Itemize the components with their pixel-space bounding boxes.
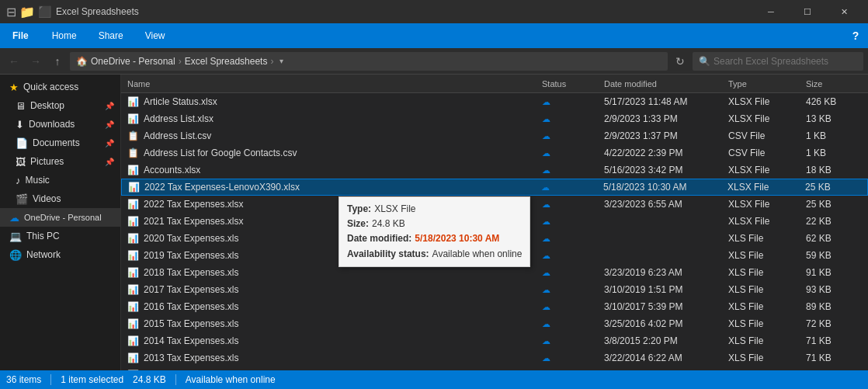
- file-size-cell: 426 KB: [803, 96, 865, 107]
- refresh-button[interactable]: ↻: [671, 52, 689, 71]
- up-button[interactable]: ↑: [48, 52, 67, 71]
- col-size[interactable]: Size: [803, 79, 865, 89]
- col-type[interactable]: Type: [725, 79, 803, 89]
- ribbon-tabs: Home Share View: [41, 23, 176, 48]
- file-type-cell: XLS File: [725, 233, 803, 244]
- status-separator-2: [175, 374, 176, 385]
- cloud-sync-icon: ☁: [542, 234, 550, 243]
- file-date-cell: 3/22/2013 12:23 PM: [601, 370, 725, 370]
- search-icon: 🔍: [699, 56, 710, 67]
- sidebar-item-pictures[interactable]: 🖼 Pictures 📌: [0, 152, 120, 171]
- sidebar-item-music[interactable]: ♪ Music: [0, 171, 120, 189]
- help-button[interactable]: ?: [843, 23, 868, 48]
- sidebar: ★ Quick access 🖥 Desktop 📌 ⬇ Downloads 📌…: [0, 75, 121, 370]
- downloads-icon: ⬇: [16, 119, 24, 130]
- table-row[interactable]: 📊 2022 Tax Expenses-LenovoX390.xlsx ☁ 5/…: [121, 179, 868, 196]
- breadcrumb-home-icon: 🏠: [76, 56, 88, 67]
- breadcrumb[interactable]: 🏠 OneDrive - Personal › Excel Spreadshee…: [70, 52, 668, 71]
- sidebar-item-quick-access[interactable]: ★ Quick access: [0, 78, 120, 96]
- sidebar-item-onedrive[interactable]: ☁ OneDrive - Personal: [0, 208, 120, 227]
- table-row[interactable]: 📊 2022 Tax Expenses.xlsx ☁ 3/23/2023 6:5…: [121, 196, 868, 213]
- file-status-cell: ☁: [539, 284, 601, 295]
- table-row[interactable]: 📊 Address List.xlsx ☁ 2/9/2023 1:33 PM X…: [121, 110, 868, 127]
- ribbon-file-tab[interactable]: File: [0, 23, 41, 48]
- file-name: 2015 Tax Expenses.xls: [144, 318, 239, 329]
- file-status-cell: ☁: [539, 267, 601, 278]
- sidebar-item-videos[interactable]: 🎬 Videos: [0, 189, 120, 208]
- breadcrumb-folder[interactable]: Excel Spreadsheets: [185, 56, 268, 67]
- cloud-sync-icon: ☁: [542, 148, 550, 158]
- file-name: 2017 Tax Expenses.xls: [144, 284, 239, 295]
- table-row[interactable]: 📊 2012 Tax Expenses.xls ☁ 3/22/2013 12:2…: [121, 366, 868, 370]
- file-name-cell: 📊 2022 Tax Expenses.xlsx: [124, 199, 539, 210]
- search-box[interactable]: 🔍: [693, 52, 863, 71]
- table-row[interactable]: 📊 2016 Tax Expenses.xls ☁ 3/10/2017 5:39…: [121, 298, 868, 315]
- file-status-cell: ☁: [539, 370, 601, 370]
- file-status-cell: ☁: [539, 148, 601, 158]
- file-size-cell: 71 KB: [803, 335, 865, 346]
- file-name: Accounts.xlsx: [144, 165, 200, 175]
- file-type-cell: CSV File: [725, 130, 803, 141]
- file-icon: 📊: [127, 267, 139, 278]
- table-row[interactable]: 📊 2020 Tax Expenses.xls ☁ XLS File 62 KB: [121, 230, 868, 247]
- file-icon: 📊: [127, 250, 139, 261]
- status-count: 36 items: [6, 374, 41, 385]
- file-name: Address List for Google Contacts.csv: [144, 148, 297, 158]
- breadcrumb-onedrive[interactable]: OneDrive - Personal: [91, 56, 175, 67]
- sidebar-item-documents[interactable]: 📄 Documents 📌: [0, 134, 120, 152]
- table-row[interactable]: 📊 2017 Tax Expenses.xls ☁ 3/10/2019 1:51…: [121, 281, 868, 298]
- table-row[interactable]: 📊 2013 Tax Expenses.xls ☁ 3/22/2014 6:22…: [121, 349, 868, 366]
- table-row[interactable]: 📊 2014 Tax Expenses.xls ☁ 3/8/2015 2:20 …: [121, 332, 868, 349]
- file-name-cell: 📊 2020 Tax Expenses.xls: [124, 233, 539, 244]
- table-row[interactable]: 📊 2021 Tax Expenses.xlsx ☁ XLSX File 22 …: [121, 213, 868, 230]
- file-icon: 📊: [127, 216, 139, 227]
- documents-icon: 📄: [16, 137, 28, 149]
- sidebar-item-thispc[interactable]: 💻 This PC: [0, 227, 120, 245]
- breadcrumb-dropdown-icon[interactable]: ▾: [279, 57, 283, 65]
- forward-button[interactable]: →: [26, 52, 45, 71]
- table-row[interactable]: 📋 Address List for Google Contacts.csv ☁…: [121, 144, 868, 162]
- minimize-button[interactable]: ─: [753, 0, 789, 23]
- file-status-cell: ☁: [538, 182, 600, 193]
- file-icon: 📊: [127, 165, 139, 175]
- sidebar-item-desktop[interactable]: 🖥 Desktop 📌: [0, 96, 120, 115]
- file-date-cell: 2/9/2023 1:33 PM: [601, 113, 725, 124]
- close-button[interactable]: ✕: [826, 0, 862, 23]
- cloud-sync-icon: ☁: [542, 319, 550, 328]
- file-icon: 📊: [127, 96, 139, 107]
- status-selected: 1 item selected: [61, 374, 123, 385]
- table-row[interactable]: 📊 Accounts.xlsx ☁ 5/16/2023 3:42 PM XLSX…: [121, 162, 868, 179]
- file-size-cell: 62 KB: [803, 233, 865, 244]
- table-row[interactable]: 📊 Article Status.xlsx ☁ 5/17/2023 11:48 …: [121, 93, 868, 110]
- file-status-cell: ☁: [539, 301, 601, 312]
- file-type-cell: XLS File: [725, 370, 803, 370]
- search-input[interactable]: [713, 56, 857, 67]
- file-status-cell: ☁: [539, 113, 601, 124]
- file-date-cell: 5/18/2023 10:30 AM: [600, 182, 724, 193]
- back-button[interactable]: ←: [5, 52, 23, 71]
- table-row[interactable]: 📋 Address List.csv ☁ 2/9/2023 1:37 PM CS…: [121, 127, 868, 144]
- file-name-cell: 📊 2014 Tax Expenses.xls: [124, 335, 539, 346]
- file-name: Address List.xlsx: [144, 113, 214, 124]
- table-row[interactable]: 📊 2019 Tax Expenses.xls ☁ XLS File 59 KB: [121, 247, 868, 264]
- ribbon-share-tab[interactable]: Share: [88, 23, 134, 48]
- ribbon-view-tab[interactable]: View: [134, 23, 176, 48]
- cloud-sync-icon: ☁: [542, 336, 550, 346]
- file-status-cell: ☁: [539, 318, 601, 329]
- table-row[interactable]: 📊 2018 Tax Expenses.xls ☁ 3/23/2019 6:23…: [121, 264, 868, 281]
- maximize-button[interactable]: ☐: [790, 0, 825, 23]
- col-date[interactable]: Date modified: [601, 79, 725, 89]
- file-name-cell: 📊 Address List.xlsx: [124, 113, 539, 124]
- col-status[interactable]: Status: [539, 79, 601, 89]
- file-type-cell: XLS File: [725, 318, 803, 329]
- file-date-cell: 3/22/2014 6:22 AM: [601, 353, 725, 363]
- sidebar-item-label: Downloads: [29, 119, 75, 130]
- file-name: Address List.csv: [144, 130, 211, 141]
- file-name-cell: 📊 Accounts.xlsx: [124, 165, 539, 175]
- ribbon-home-tab[interactable]: Home: [41, 23, 88, 48]
- sidebar-item-network[interactable]: 🌐 Network: [0, 245, 120, 264]
- table-row[interactable]: 📊 2015 Tax Expenses.xls ☁ 3/25/2016 4:02…: [121, 315, 868, 332]
- file-name-cell: 📊 2015 Tax Expenses.xls: [124, 318, 539, 329]
- col-name[interactable]: Name: [124, 79, 539, 89]
- sidebar-item-downloads[interactable]: ⬇ Downloads 📌: [0, 115, 120, 134]
